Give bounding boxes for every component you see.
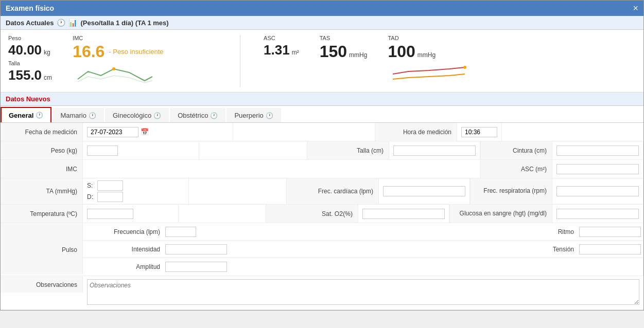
frec-respiratoria-input-cell xyxy=(552,178,643,204)
tas-value: 150 xyxy=(320,42,347,61)
frec-respiratoria-input[interactable] xyxy=(556,186,639,196)
frec-cardiaca-input[interactable] xyxy=(383,186,465,196)
bp-chart xyxy=(388,61,470,87)
intensidad-label: Intensidad xyxy=(83,246,165,253)
observaciones-row: Observaciones xyxy=(1,276,643,310)
talla-unit: cm xyxy=(44,74,52,81)
hora-input[interactable] xyxy=(461,127,497,137)
window-title: Examen físico xyxy=(6,4,54,12)
datos-actuales-header: Datos Actuales 🕐 📊 (Peso/talla 1 día) (T… xyxy=(1,16,643,30)
imc-computed-cell xyxy=(83,160,221,178)
spacer-6 xyxy=(189,178,286,204)
ta-d-input[interactable] xyxy=(97,192,123,202)
asc-block: ASC 1.31 m² xyxy=(264,35,299,58)
asc-input-cell xyxy=(552,160,643,178)
pulso-label: Pulso xyxy=(1,223,83,275)
calendar-icon[interactable]: 📅 xyxy=(141,128,149,136)
imc-desc: - Peso insuficiente xyxy=(109,48,163,56)
tab-puerperio-clock: 🕐 xyxy=(266,112,273,119)
imc-form-label: IMC xyxy=(1,160,83,178)
fecha-label: Fecha de medición xyxy=(1,123,83,141)
pulso-row: Pulso Frecuencia (lpm) Ritmo Intensidad … xyxy=(1,223,643,276)
tad-label: TAD xyxy=(388,35,470,41)
talla-input[interactable] xyxy=(393,145,476,156)
divider-1 xyxy=(240,35,240,87)
spacer-1 xyxy=(233,123,375,141)
peso-label: Peso xyxy=(8,35,52,41)
frecuencia-input[interactable] xyxy=(165,227,196,237)
svg-point-1 xyxy=(463,66,466,69)
peso-talla-block: Peso 40.00 kg Talla 155.0 cm xyxy=(8,35,52,83)
title-bar: Examen físico × xyxy=(1,1,643,16)
ta-s-label: S: xyxy=(87,182,95,189)
cintura-label: Cintura (cm) xyxy=(480,141,552,159)
peso-value: 40.00 xyxy=(8,42,42,58)
ritmo-label: Ritmo xyxy=(528,228,579,235)
frec-cardiaca-label: Frec. cardíaca (lpm) xyxy=(286,178,379,204)
pulso-fields: Frecuencia (lpm) Ritmo Intensidad Tensió… xyxy=(83,223,643,276)
tad-value: 100 xyxy=(388,42,415,61)
spacer-4 xyxy=(221,160,351,178)
tabs-container: General 🕐 Mamario 🕐 Ginecológico 🕐 Obsté… xyxy=(1,106,643,123)
ritmo-input[interactable] xyxy=(579,227,641,237)
imc-chart xyxy=(73,61,155,87)
imc-label: IMC xyxy=(73,35,217,41)
amplitud-subrow: Amplitud xyxy=(83,258,643,276)
tab-obstetrico[interactable]: Obstétrico 🕐 xyxy=(170,108,225,122)
peso-input[interactable] xyxy=(87,145,118,156)
peso-input-cell xyxy=(83,141,199,159)
temperatura-input[interactable] xyxy=(87,209,133,219)
datos-nuevos-label: Datos Nuevos xyxy=(6,95,50,103)
hora-label: Hora de medición xyxy=(375,123,457,141)
form-area: Fecha de medición 📅 Hora de medición Pes… xyxy=(1,123,643,310)
tab-ginecologico-label: Ginecológico xyxy=(113,112,151,119)
peso-unit: kg xyxy=(44,49,50,56)
chart-icon: 📊 xyxy=(68,19,77,27)
observaciones-textarea[interactable] xyxy=(87,279,639,305)
tab-mamario[interactable]: Mamario 🕐 xyxy=(53,108,104,122)
fecha-input-cell: 📅 xyxy=(83,123,233,141)
observaciones-input-cell xyxy=(83,276,643,309)
tab-puerperio[interactable]: Puerperio 🕐 xyxy=(227,108,281,122)
hora-input-cell xyxy=(457,123,502,141)
ta-row: TA (mmHg) S: D: Frec. cardíaca (lpm) xyxy=(1,178,643,205)
asc-input[interactable] xyxy=(556,164,639,174)
asc-unit: m² xyxy=(292,49,299,56)
talla-input-cell xyxy=(389,141,480,159)
tab-ginecologico[interactable]: Ginecológico 🕐 xyxy=(105,108,169,122)
cintura-input[interactable] xyxy=(556,145,639,156)
ta-s-input[interactable] xyxy=(97,180,123,191)
close-button[interactable]: × xyxy=(633,4,638,13)
amplitud-input[interactable] xyxy=(165,262,227,272)
fecha-input[interactable] xyxy=(87,127,138,137)
spacer-3 xyxy=(199,141,307,159)
imc-value: 16.6 xyxy=(73,42,105,61)
intensidad-input[interactable] xyxy=(165,244,227,254)
sat-o2-input[interactable] xyxy=(362,209,445,219)
main-window: Examen físico × Datos Actuales 🕐 📊 (Peso… xyxy=(0,0,644,311)
temperatura-label: Temperatura (ºC) xyxy=(1,205,83,223)
datos-actuales-content: Peso 40.00 kg Talla 155.0 cm IMC 16.6 - … xyxy=(1,30,643,93)
tab-obstetrico-label: Obstétrico xyxy=(178,112,208,119)
tension-label: Tensión xyxy=(528,246,579,253)
peso-row: Peso (kg) Talla (cm) Cintura (cm) xyxy=(1,141,643,160)
peso-form-label: Peso (kg) xyxy=(1,141,83,159)
observaciones-label: Observaciones xyxy=(1,276,83,293)
glucosa-input-cell xyxy=(552,205,643,223)
header-label: Datos Actuales xyxy=(6,19,54,27)
tab-mamario-clock: 🕐 xyxy=(89,112,96,119)
glucosa-input[interactable] xyxy=(556,209,639,219)
tab-general[interactable]: General 🕐 xyxy=(1,107,51,122)
svg-point-0 xyxy=(112,67,115,70)
tas-unit: mmHg xyxy=(349,51,367,59)
intensidad-subrow: Intensidad Tensión xyxy=(83,241,643,258)
frec-respiratoria-label: Frec. respiratoria (rpm) xyxy=(470,178,552,204)
frec-cardiaca-input-cell xyxy=(379,178,470,204)
glucosa-label: Glucosa en sangre (hgt) (mg/dl) xyxy=(449,205,552,223)
datos-nuevos-header: Datos Nuevos xyxy=(1,93,643,106)
talla-label: Talla xyxy=(8,60,52,66)
tension-input[interactable] xyxy=(579,244,641,254)
asc-label: ASC xyxy=(264,35,299,41)
header-sub-label: (Peso/talla 1 día) (TA 1 mes) xyxy=(80,19,168,27)
frecuencia-subrow: Frecuencia (lpm) Ritmo xyxy=(83,223,643,241)
